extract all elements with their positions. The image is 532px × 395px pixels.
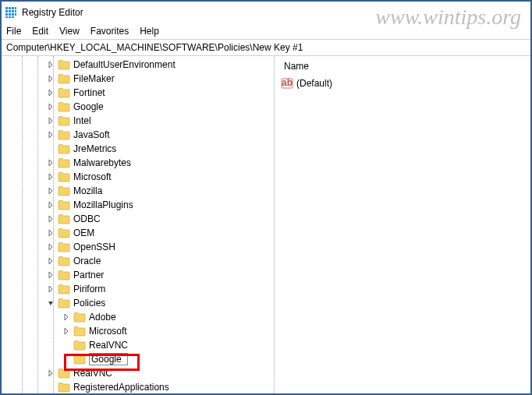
chevron-right-icon[interactable] [45, 73, 56, 84]
column-header-name[interactable]: Name [281, 59, 524, 76]
tree-item[interactable]: DefaultUserEnvironment [2, 58, 274, 72]
menu-view[interactable]: View [59, 26, 80, 37]
folder-icon [58, 115, 70, 126]
svg-rect-11 [12, 13, 14, 16]
tree-item[interactable]: Mozilla [2, 184, 274, 198]
chevron-right-icon[interactable] [45, 185, 56, 196]
chevron-right-icon[interactable] [45, 129, 56, 140]
svg-rect-3 [12, 7, 14, 9]
values-panel[interactable]: Name ab (Default) [275, 56, 530, 393]
value-default-name: (Default) [296, 78, 332, 89]
tree-item-label: Malwarebytes [73, 157, 131, 168]
tree-item-label: Piriform [73, 284, 105, 294]
address-path: Computer\HKEY_LOCAL_MACHINE\SOFTWARE\Pol… [6, 42, 303, 53]
folder-icon [58, 59, 70, 70]
tree-item[interactable]: OpenSSH [2, 240, 274, 254]
menu-edit[interactable]: Edit [32, 26, 48, 37]
menu-help[interactable]: Help [140, 26, 159, 37]
tree-item[interactable]: Policies [2, 296, 274, 310]
folder-icon [58, 227, 70, 238]
tree-item-label: Partner [73, 270, 104, 280]
folder-icon [58, 129, 70, 140]
tree-panel[interactable]: DefaultUserEnvironmentFileMakerFortinetG… [2, 56, 275, 393]
chevron-right-icon[interactable] [45, 59, 56, 70]
menu-favorites[interactable]: Favorites [90, 26, 129, 37]
tree-item-label: MozillaPlugins [73, 199, 133, 210]
folder-icon [58, 157, 70, 168]
tree-item-label: Fortinet [73, 87, 105, 98]
tree-item-label: ODBC [73, 213, 101, 224]
chevron-right-icon[interactable] [45, 115, 56, 126]
tree-item[interactable]: Partner [2, 268, 274, 282]
folder-icon [58, 171, 70, 182]
chevron-down-icon[interactable] [45, 298, 56, 309]
chevron-right-icon[interactable] [45, 87, 56, 98]
folder-icon [73, 340, 86, 351]
tree-item[interactable]: MozillaPlugins [2, 198, 274, 212]
svg-rect-15 [12, 16, 14, 18]
tree-item[interactable]: Adobe [2, 310, 274, 324]
tree-item[interactable]: Intel [2, 114, 274, 128]
folder-icon [58, 199, 70, 210]
app-title: Registry Editor [22, 7, 83, 18]
tree-item[interactable]: RegisteredApplications [2, 380, 274, 393]
tree-item-label: Policies [73, 298, 105, 309]
svg-rect-5 [5, 10, 8, 12]
folder-icon [58, 87, 70, 98]
svg-rect-6 [9, 10, 11, 12]
tree-item[interactable]: JavaSoft [2, 128, 274, 142]
string-value-icon: ab [281, 77, 293, 90]
chevron-right-icon[interactable] [45, 242, 56, 252]
chevron-right-icon[interactable] [45, 213, 56, 224]
tree-item-label: RealVNC [73, 368, 112, 379]
chevron-right-icon[interactable] [45, 284, 56, 294]
chevron-right-icon[interactable] [45, 199, 56, 210]
tree-item[interactable]: JreMetrics [2, 142, 274, 156]
tree-item[interactable]: FileMaker [2, 72, 274, 86]
tree-item[interactable]: Fortinet [2, 86, 274, 100]
tree-item[interactable]: Google [2, 100, 274, 114]
tree-item-label: FileMaker [73, 73, 115, 84]
svg-rect-7 [12, 10, 14, 12]
folder-icon [73, 354, 86, 365]
tree-item-label: Oracle [73, 256, 101, 266]
chevron-right-icon[interactable] [45, 101, 56, 112]
tree-item[interactable]: Google [2, 352, 274, 366]
value-row[interactable]: ab (Default) [281, 76, 524, 90]
svg-text:ab: ab [282, 77, 293, 88]
chevron-right-icon[interactable] [45, 227, 56, 238]
folder-icon [58, 242, 70, 252]
folder-icon [73, 312, 86, 323]
tree-item-label: RegisteredApplications [73, 382, 169, 393]
tree-item-label: DefaultUserEnvironment [73, 59, 176, 70]
address-bar[interactable]: Computer\HKEY_LOCAL_MACHINE\SOFTWARE\Pol… [2, 39, 530, 56]
tree-item[interactable]: RealVNC [2, 366, 274, 380]
folder-icon [58, 368, 70, 379]
svg-rect-2 [9, 7, 11, 9]
folder-icon [58, 143, 70, 154]
svg-rect-8 [15, 10, 16, 12]
tree-item-label: Microsoft [73, 171, 112, 182]
tree-item[interactable]: Microsoft [2, 324, 274, 338]
tree-item[interactable]: Malwarebytes [2, 156, 274, 170]
tree-item[interactable]: Piriform [2, 282, 274, 296]
svg-rect-4 [15, 7, 16, 9]
tree-item[interactable]: Microsoft [2, 170, 274, 184]
chevron-right-icon[interactable] [45, 256, 56, 266]
tree-item[interactable]: RealVNC [2, 338, 274, 352]
chevron-right-icon[interactable] [61, 326, 72, 337]
tree-item[interactable]: OEM [2, 226, 274, 240]
svg-rect-10 [9, 13, 11, 16]
chevron-right-icon[interactable] [61, 312, 72, 323]
tree-item-label: Google [73, 101, 104, 112]
folder-icon [58, 73, 70, 84]
folder-icon [58, 270, 70, 280]
tree-item[interactable]: ODBC [2, 212, 274, 226]
tree-item[interactable]: Oracle [2, 254, 274, 268]
tree-item-label[interactable]: Google [89, 353, 128, 365]
chevron-right-icon[interactable] [45, 157, 56, 168]
chevron-right-icon[interactable] [45, 270, 56, 280]
chevron-right-icon[interactable] [45, 171, 56, 182]
menu-file[interactable]: File [6, 26, 21, 37]
chevron-right-icon[interactable] [45, 368, 56, 379]
